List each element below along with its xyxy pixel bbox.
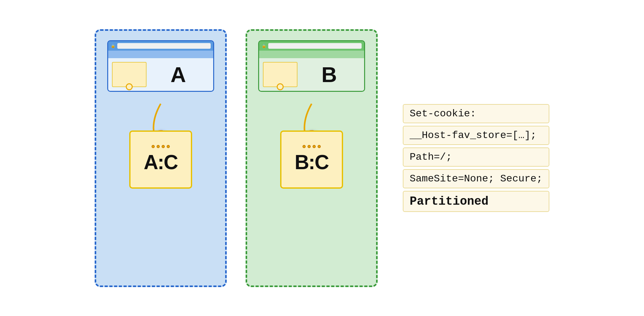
code-line-4: Partitioned	[403, 191, 549, 212]
storage-dot	[162, 145, 165, 148]
browser-titlebar-a: 🔒	[108, 41, 213, 51]
storage-label-b: B:C	[295, 151, 329, 174]
storage-label-a: A:C	[144, 151, 178, 174]
code-line-2: Path=/;	[403, 147, 549, 167]
iframe-b	[263, 62, 297, 87]
code-line-0: Set-cookie:	[403, 104, 549, 123]
main-container: 🔒 A 🍪	[82, 17, 562, 300]
iframe-circle-b	[277, 83, 284, 90]
lock-icon-b: 🔒	[262, 44, 266, 48]
browser-content-a: A	[108, 58, 213, 91]
url-bar-a	[117, 43, 211, 49]
storage-dot	[167, 145, 170, 148]
iframe-a	[112, 62, 147, 87]
storage-dot	[152, 145, 155, 148]
storage-box-a: A:C	[129, 130, 192, 189]
storage-dot	[157, 145, 160, 148]
browser-window-a: 🔒 A	[107, 40, 214, 92]
storage-dot	[308, 145, 311, 148]
storage-dot	[318, 145, 321, 148]
lock-icon-a: 🔒	[111, 44, 115, 48]
site-label-b: B	[297, 62, 360, 87]
storage-dots-a	[152, 145, 170, 148]
browser-toolbar-a	[108, 51, 213, 58]
storage-dots-b	[303, 145, 321, 148]
browser-content-b: B	[259, 58, 364, 91]
storage-dot	[313, 145, 316, 148]
arrow-cookie-b: 🍪 B:C	[258, 101, 365, 189]
storage-dot	[303, 145, 306, 148]
site-label-a: A	[147, 62, 209, 87]
url-bar-b	[268, 43, 362, 49]
code-line-1: __Host-fav_store=[…];	[403, 126, 549, 145]
storage-box-b: B:C	[280, 130, 343, 189]
arrow-cookie-a: 🍪 A:C	[107, 101, 214, 189]
browser-titlebar-b: 🔒	[259, 41, 364, 51]
browser-window-b: 🔒 B	[258, 40, 365, 92]
partition-box-b: 🔒 B 🍪	[246, 29, 378, 287]
code-box-container: Set-cookie: __Host-fav_store=[…]; Path=/…	[403, 104, 549, 212]
browser-toolbar-b	[259, 51, 364, 58]
partition-box-a: 🔒 A 🍪	[95, 29, 227, 287]
iframe-circle-a	[126, 83, 133, 90]
code-line-3: SameSite=None; Secure;	[403, 169, 549, 188]
